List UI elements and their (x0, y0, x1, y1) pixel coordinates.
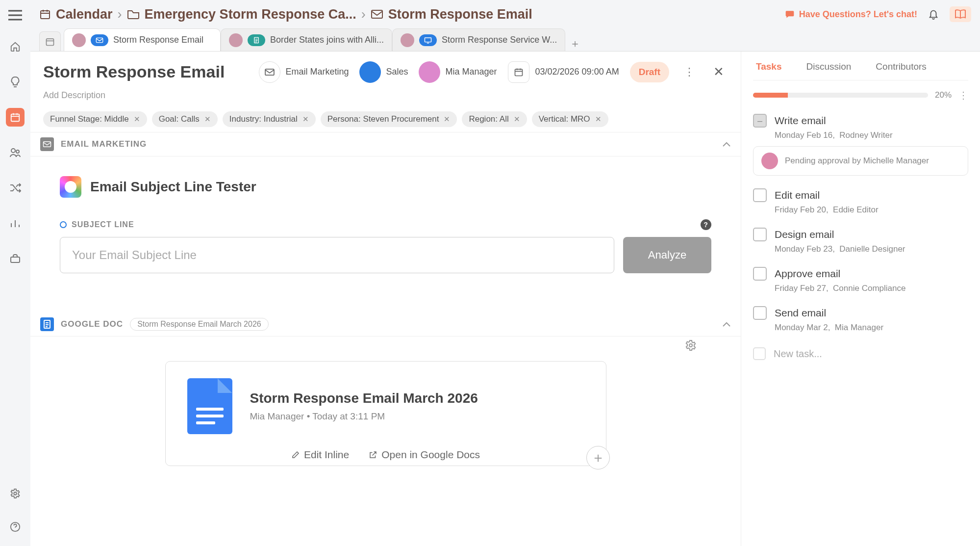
settings-icon[interactable] (6, 484, 25, 503)
tab-discussion[interactable]: Discussion (806, 61, 851, 72)
breadcrumb-folder[interactable]: Emergency Storm Response Ca... (145, 7, 356, 22)
gdoc-name-chip[interactable]: Storm Response Email March 2026 (130, 318, 269, 331)
owner-label: Mia Manager (445, 67, 497, 77)
task-meta: Friday Feb 27, Connie Compliance (775, 284, 968, 293)
task-item[interactable]: Design email Monday Feb 23, Danielle Des… (753, 228, 968, 254)
svg-rect-11 (425, 37, 431, 42)
task-item[interactable]: – Write email Monday Feb 16, Rodney Writ… (753, 114, 968, 176)
close-icon[interactable]: ✕ (709, 60, 728, 83)
google-doc-file-icon (187, 378, 232, 434)
gear-icon[interactable] (685, 339, 697, 351)
tag-label: Persona: Steven Procurement (327, 114, 439, 124)
help-icon[interactable] (6, 518, 25, 536)
task-checkbox[interactable] (753, 306, 767, 320)
tab-item[interactable]: Storm Response Email (64, 28, 221, 51)
book-icon[interactable] (950, 6, 971, 22)
progress-label: 20% (935, 90, 952, 100)
task-meta: Monday Feb 16, Rodney Writer (775, 130, 968, 140)
tag-chip[interactable]: Goal: Calls✕ (152, 111, 218, 127)
open-in-gdocs-button[interactable]: Open in Google Docs (369, 449, 480, 461)
calendar-icon[interactable] (6, 108, 25, 127)
owner-chip[interactable]: Mia Manager (419, 61, 497, 83)
task-title: Design email (775, 229, 834, 240)
chevron-up-icon[interactable] (722, 321, 731, 327)
tab-item[interactable]: Border States joins with Alli... (221, 28, 392, 51)
avatar-icon (761, 153, 778, 169)
subject-line-input[interactable] (60, 237, 614, 273)
subject-line-label: SUBJECT LINE (72, 220, 134, 229)
document-header: Storm Response Email Email Marketing Sal (30, 52, 741, 132)
help-tooltip-icon[interactable]: ? (701, 219, 711, 230)
bell-icon[interactable] (928, 8, 939, 20)
gdoc-meta: Mia Manager • Today at 3:11 PM (250, 411, 478, 422)
chevron-up-icon[interactable] (722, 141, 731, 147)
task-item[interactable]: Edit email Friday Feb 20, Eddie Editor (753, 188, 968, 215)
mail-icon (371, 9, 383, 19)
breadcrumb-root[interactable]: Calendar (56, 7, 113, 22)
menu-icon[interactable] (8, 10, 22, 21)
remove-tag-icon[interactable]: ✕ (134, 115, 140, 124)
remove-tag-icon[interactable]: ✕ (204, 115, 211, 124)
svg-point-4 (14, 492, 17, 495)
calendar-tab-chip[interactable] (39, 31, 61, 51)
shuffle-icon[interactable] (6, 179, 25, 197)
svg-rect-0 (11, 114, 20, 122)
schedule-chip[interactable]: 03/02/2026 09:00 AM (508, 61, 619, 83)
remove-tag-icon[interactable]: ✕ (444, 115, 450, 124)
tag-chip[interactable]: Region: All✕ (462, 111, 527, 127)
tag-chip[interactable]: Vertical: MRO✕ (532, 111, 608, 127)
tag-chip[interactable]: Funnel Stage: Middle✕ (43, 111, 147, 127)
section-email-marketing[interactable]: EMAIL MARKETING (30, 132, 741, 156)
new-task-label: New task... (774, 348, 822, 360)
task-meta: Monday Feb 23, Danielle Designer (775, 244, 968, 254)
analyze-button[interactable]: Analyze (623, 237, 711, 273)
analytics-icon[interactable] (6, 214, 25, 233)
assets-icon[interactable] (6, 249, 25, 268)
document-main: Storm Response Email Email Marketing Sal (30, 52, 741, 546)
task-checkbox[interactable] (753, 228, 767, 241)
section-google-doc[interactable]: GOOGLE DOC Storm Response Email March 20… (30, 312, 741, 337)
task-item[interactable]: Approve email Friday Feb 27, Connie Comp… (753, 267, 968, 293)
approval-card[interactable]: Pending approval by Michelle Manager (753, 146, 968, 176)
add-tab-button[interactable]: ＋ (565, 36, 585, 51)
tab-item[interactable]: Storm Response Service W... (392, 28, 565, 51)
home-icon[interactable] (6, 37, 25, 56)
calendar-icon (508, 61, 529, 83)
tag-label: Vertical: MRO (539, 114, 590, 124)
channel-chip[interactable]: Email Marketing (259, 61, 349, 83)
side-panel: Tasks Discussion Contributors 20% ⋮ – Wr… (741, 52, 980, 546)
team-icon[interactable] (6, 143, 25, 162)
tab-tasks[interactable]: Tasks (756, 61, 781, 72)
more-icon[interactable]: ⋮ (958, 89, 968, 101)
remove-tag-icon[interactable]: ✕ (514, 115, 520, 124)
tab-label: Storm Response Service W... (442, 35, 557, 45)
remove-tag-icon[interactable]: ✕ (595, 115, 602, 124)
team-chip[interactable]: Sales (359, 61, 408, 83)
tag-chip[interactable]: Persona: Steven Procurement✕ (321, 111, 457, 127)
task-checkbox[interactable]: – (753, 114, 767, 128)
breadcrumb-item[interactable]: Storm Response Email (388, 7, 532, 22)
add-description[interactable]: Add Description (43, 90, 728, 101)
tab-contributors[interactable]: Contributors (876, 61, 927, 72)
ideas-icon[interactable] (6, 73, 25, 91)
task-checkbox[interactable] (753, 188, 767, 202)
svg-rect-9 (96, 38, 102, 42)
more-icon[interactable]: ⋮ (680, 62, 699, 82)
tag-chip[interactable]: Industry: Industrial✕ (223, 111, 316, 127)
avatar-icon (72, 33, 86, 47)
task-checkbox[interactable] (753, 267, 767, 281)
topbar: Calendar › Emergency Storm Response Ca..… (30, 0, 980, 28)
edit-inline-button[interactable]: Edit Inline (291, 449, 349, 461)
add-section-button[interactable]: ＋ (586, 446, 610, 469)
tag-label: Industry: Industrial (229, 114, 298, 124)
status-badge[interactable]: Draft (630, 62, 669, 82)
new-task-input[interactable]: New task... (753, 347, 968, 360)
svg-point-2 (16, 150, 19, 153)
screen-pill-icon (419, 34, 437, 46)
mail-icon (40, 137, 54, 151)
avatar-icon (419, 61, 440, 83)
remove-tag-icon[interactable]: ✕ (302, 115, 309, 124)
tab-label: Border States joins with Alli... (270, 35, 384, 45)
chat-link[interactable]: Have Questions? Let's chat! (784, 9, 917, 20)
task-item[interactable]: Send email Monday Mar 2, Mia Manager (753, 306, 968, 333)
